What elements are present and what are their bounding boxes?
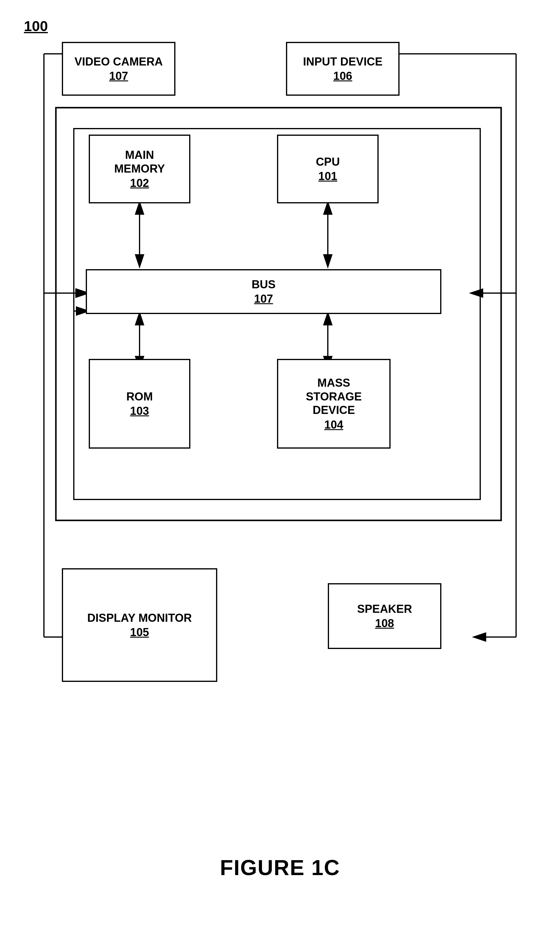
video-camera-label: VIDEO CAMERA [74,55,163,69]
main-memory-label: MAINMEMORY [114,148,165,176]
video-camera-box: VIDEO CAMERA 107 [62,42,175,96]
page-container: 100 [0,0,560,937]
diagram-area: VIDEO CAMERA 107 INPUT DEVICE 106 MAINME… [26,24,534,831]
rom-label: ROM [126,390,153,404]
speaker-label: SPEAKER [357,602,412,616]
bus-box: BUS 107 [86,269,442,314]
display-monitor-number: 105 [130,626,149,639]
cpu-box: CPU 101 [277,134,378,203]
speaker-box: SPEAKER 108 [328,583,442,649]
main-memory-number: 102 [130,177,149,190]
mass-storage-number: 104 [324,418,343,431]
mass-storage-label: MASSSTORAGEDEVICE [306,376,362,417]
rom-number: 103 [130,404,149,417]
input-device-number: 106 [333,70,352,83]
bus-label: BUS [252,278,275,292]
display-monitor-box: DISPLAY MONITOR 105 [62,568,217,682]
video-camera-number: 107 [109,70,128,83]
speaker-number: 108 [375,617,394,630]
input-device-label: INPUT DEVICE [303,55,383,69]
bus-number: 107 [254,292,273,306]
input-device-box: INPUT DEVICE 106 [286,42,400,96]
cpu-number: 101 [318,170,337,183]
main-memory-box: MAINMEMORY 102 [89,134,190,203]
rom-box: ROM 103 [89,359,190,449]
mass-storage-box: MASSSTORAGEDEVICE 104 [277,359,391,449]
figure-caption: FIGURE 1C [24,855,536,880]
display-monitor-label: DISPLAY MONITOR [87,611,192,625]
cpu-label: CPU [316,155,340,169]
